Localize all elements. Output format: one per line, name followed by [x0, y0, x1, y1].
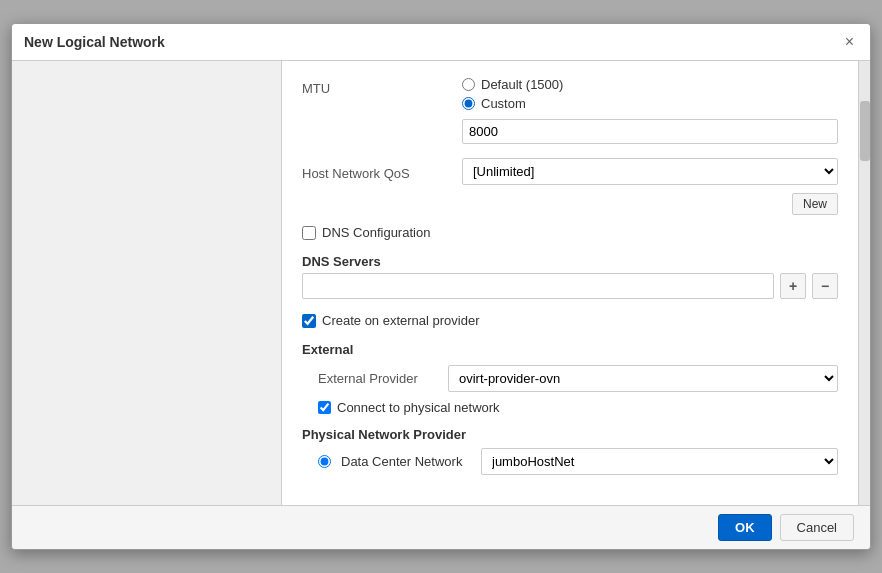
close-button[interactable]: ×: [841, 32, 858, 52]
scrollbar-thumb[interactable]: [860, 101, 870, 161]
create-external-checkbox[interactable]: [302, 314, 316, 328]
qos-row: Host Network QoS [Unlimited]: [302, 158, 838, 185]
scrollbar-track[interactable]: [858, 61, 870, 505]
dns-servers-row: + −: [302, 273, 838, 299]
new-button[interactable]: New: [792, 193, 838, 215]
mtu-radio-group: Default (1500) Custom 8000: [462, 77, 838, 144]
dns-add-button[interactable]: +: [780, 273, 806, 299]
datacenter-network-radio[interactable]: [318, 455, 331, 468]
dns-remove-button[interactable]: −: [812, 273, 838, 299]
cancel-button[interactable]: Cancel: [780, 514, 854, 541]
ok-button[interactable]: OK: [718, 514, 772, 541]
connect-physical-checkbox[interactable]: [318, 401, 331, 414]
dns-config-label: DNS Configuration: [322, 225, 430, 240]
mtu-label: MTU: [302, 77, 462, 96]
mtu-control: Default (1500) Custom 8000: [462, 77, 838, 144]
qos-label: Host Network QoS: [302, 162, 462, 181]
external-provider-select[interactable]: ovirt-provider-ovn: [448, 365, 838, 392]
mtu-row: MTU Default (1500) Custom 8000: [302, 77, 838, 144]
physical-network-select[interactable]: jumboHostNet: [481, 448, 838, 475]
dialog-header: New Logical Network ×: [12, 24, 870, 61]
dns-config-checkbox[interactable]: [302, 226, 316, 240]
right-panel: MTU Default (1500) Custom 8000: [282, 61, 858, 505]
dialog-title: New Logical Network: [24, 34, 165, 50]
external-provider-label: External Provider: [318, 371, 438, 386]
new-logical-network-dialog: New Logical Network × MTU Default (1500): [11, 23, 871, 550]
external-section: External External Provider ovirt-provide…: [302, 342, 838, 475]
connect-physical-row: Connect to physical network: [302, 400, 838, 415]
dns-servers-input[interactable]: [302, 273, 774, 299]
dns-servers-title: DNS Servers: [302, 254, 838, 269]
qos-select[interactable]: [Unlimited]: [462, 158, 838, 185]
physical-network-section: Physical Network Provider Data Center Ne…: [302, 427, 838, 475]
mtu-default-radio[interactable]: [462, 78, 475, 91]
external-section-title: External: [302, 342, 838, 357]
qos-control: [Unlimited]: [462, 158, 838, 185]
mtu-custom-input[interactable]: 8000: [462, 119, 838, 144]
dns-config-row: DNS Configuration: [302, 225, 838, 240]
create-external-label: Create on external provider: [322, 313, 480, 328]
new-button-row: New: [302, 193, 838, 215]
external-provider-row: External Provider ovirt-provider-ovn: [302, 365, 838, 392]
dialog-body: MTU Default (1500) Custom 8000: [12, 61, 870, 505]
physical-provider-row: Data Center Network jumboHostNet: [302, 448, 838, 475]
create-external-row: Create on external provider: [302, 313, 838, 328]
connect-physical-label: Connect to physical network: [337, 400, 500, 415]
mtu-custom-row: Custom: [462, 96, 838, 111]
left-panel: [12, 61, 282, 505]
physical-network-title: Physical Network Provider: [302, 427, 838, 442]
mtu-custom-radio[interactable]: [462, 97, 475, 110]
mtu-custom-label: Custom: [481, 96, 526, 111]
datacenter-network-label: Data Center Network: [341, 454, 471, 469]
mtu-default-label: Default (1500): [481, 77, 563, 92]
mtu-default-row: Default (1500): [462, 77, 838, 92]
mtu-section: MTU Default (1500) Custom 8000: [302, 77, 838, 144]
dialog-footer: OK Cancel: [12, 505, 870, 549]
